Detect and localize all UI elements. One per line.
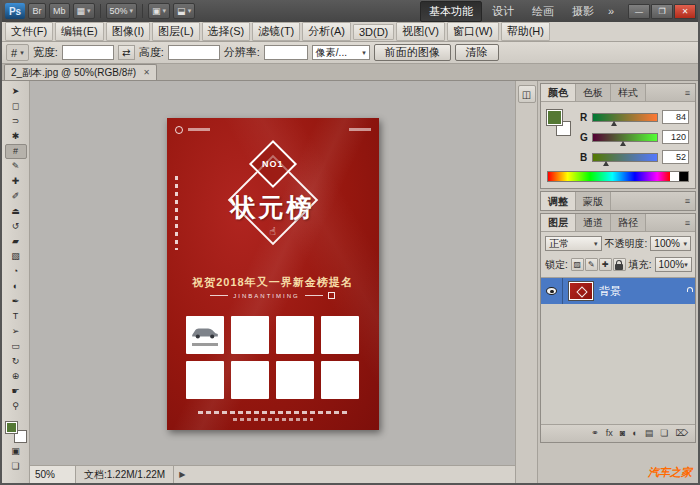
tool-rectangle-shape[interactable]: ▭ (5, 339, 27, 354)
document-tab[interactable]: 2_副本.jpg @ 50%(RGB/8#) ✕ (4, 64, 157, 80)
red-value-field[interactable]: 84 (662, 110, 689, 124)
layer-visibility-cell[interactable] (541, 278, 563, 304)
close-tab-icon[interactable]: ✕ (143, 68, 150, 77)
link-layers-icon[interactable]: ⚭ (591, 429, 599, 438)
tool-dodge[interactable]: ◐ (5, 279, 27, 294)
tab-layers[interactable]: 图层 (541, 214, 576, 231)
poster-image[interactable]: NO1 状元榜 ☝ 祝贺2018年又一界新金榜提名 JINBANTIMING (167, 118, 379, 430)
resolution-input[interactable] (264, 45, 308, 60)
add-layer-mask-icon[interactable]: ◙ (620, 429, 625, 438)
slider-marker[interactable] (611, 121, 617, 126)
tool-path-selection[interactable]: ➢ (5, 324, 27, 339)
tool-type[interactable]: T (5, 309, 27, 324)
tool-zoom[interactable]: ⚲ (5, 399, 27, 414)
slider-marker[interactable] (603, 161, 609, 166)
tab-swatches[interactable]: 色板 (576, 84, 611, 101)
new-group-icon[interactable]: ▤ (645, 429, 654, 438)
tool-brush[interactable]: ✐ (5, 189, 27, 204)
menu-file[interactable]: 文件(F) (5, 22, 53, 41)
tool-quick-selection[interactable]: ✱ (5, 129, 27, 144)
tool-eraser[interactable]: ▰ (5, 234, 27, 249)
tab-channels[interactable]: 通道 (576, 214, 611, 231)
blue-value-field[interactable]: 52 (662, 150, 689, 164)
status-options-arrow[interactable]: ▶ (173, 466, 190, 483)
tool-hand[interactable]: ☛ (5, 384, 27, 399)
tool-lasso[interactable]: ⊃ (5, 114, 27, 129)
tab-styles[interactable]: 样式 (611, 84, 646, 101)
canvas[interactable]: NO1 状元榜 ☝ 祝贺2018年又一界新金榜提名 JINBANTIMING (30, 81, 515, 465)
menu-layer[interactable]: 图层(L) (152, 22, 199, 41)
tool-history-brush[interactable]: ↺ (5, 219, 27, 234)
screen-mode-toggle[interactable]: ❏ (5, 459, 27, 474)
tool-crop[interactable]: # (5, 144, 27, 159)
lock-transparency-button[interactable]: ▨ (571, 258, 584, 271)
menu-image[interactable]: 图像(I) (106, 22, 150, 41)
blend-mode-dropdown[interactable]: 正常 ▾ (545, 236, 602, 251)
minimize-button[interactable]: — (628, 4, 650, 19)
tool-healing-brush[interactable]: ✚ (5, 174, 27, 189)
foreground-color-swatch[interactable] (5, 421, 18, 434)
new-layer-icon[interactable]: ❏ (660, 429, 668, 438)
menu-filter[interactable]: 滤镜(T) (252, 22, 300, 41)
layer-thumbnail[interactable] (569, 282, 593, 300)
swap-dimensions-button[interactable]: ⇄ (118, 45, 135, 60)
color-spectrum-ramp[interactable] (547, 171, 689, 182)
workspace-painting[interactable]: 绘画 (524, 2, 562, 21)
tool-3d-pan[interactable]: ⊕ (5, 369, 27, 384)
opacity-dropdown[interactable]: 100% ▾ (650, 236, 691, 251)
green-value-field[interactable]: 120 (662, 130, 689, 144)
tab-color[interactable]: 颜色 (541, 84, 576, 101)
foreground-color-swatch[interactable] (547, 110, 562, 125)
launch-bridge-button[interactable]: Br (28, 3, 46, 19)
panel-menu-icon[interactable]: ≡ (680, 84, 695, 101)
adjustment-layer-icon[interactable]: ◐ (632, 429, 637, 438)
view-extras-button[interactable]: ▦▾ (73, 3, 95, 19)
panel-menu-icon[interactable]: ≡ (680, 214, 695, 231)
clear-button[interactable]: 清除 (455, 44, 499, 61)
lock-position-button[interactable]: ✚ (599, 258, 612, 271)
close-button[interactable]: ✕ (674, 4, 696, 19)
quick-mask-button[interactable]: ▣ (5, 444, 27, 459)
tool-clone-stamp[interactable]: ⏏ (5, 204, 27, 219)
workspace-essentials[interactable]: 基本功能 (420, 1, 482, 22)
tool-3d-rotate[interactable]: ↻ (5, 354, 27, 369)
tool-gradient[interactable]: ▧ (5, 249, 27, 264)
menu-analysis[interactable]: 分析(A) (302, 22, 351, 41)
height-input[interactable] (168, 45, 220, 60)
launch-minibridge-button[interactable]: Mb (49, 3, 70, 19)
front-image-button[interactable]: 前面的图像 (374, 44, 451, 61)
restore-button[interactable]: ❐ (651, 4, 673, 19)
tool-blur[interactable]: ◔ (5, 264, 27, 279)
tool-pen[interactable]: ✒ (5, 294, 27, 309)
green-slider[interactable] (592, 133, 658, 142)
workspace-photography[interactable]: 摄影 (564, 2, 602, 21)
status-zoom-field[interactable]: 50% (30, 466, 76, 483)
menu-help[interactable]: 帮助(H) (501, 22, 550, 41)
tool-move[interactable]: ➤ (5, 84, 27, 99)
menu-window[interactable]: 窗口(W) (447, 22, 499, 41)
menu-3d[interactable]: 3D(D) (353, 24, 394, 40)
tool-preset-picker[interactable]: # ▾ (6, 44, 29, 61)
menu-edit[interactable]: 编辑(E) (55, 22, 104, 41)
fill-dropdown[interactable]: 100% ▾ (655, 257, 692, 272)
tab-adjustments[interactable]: 调整 (541, 192, 576, 210)
resolution-unit-dropdown[interactable]: 像素/... ▾ (312, 45, 370, 60)
workspace-overflow-chevron[interactable]: » (604, 5, 618, 17)
menu-view[interactable]: 视图(V) (396, 22, 445, 41)
tab-paths[interactable]: 路径 (611, 214, 646, 231)
layer-row-background[interactable]: 背景 (541, 278, 695, 304)
slider-marker[interactable] (620, 141, 626, 146)
arrange-documents-button[interactable]: ▣▾ (148, 3, 170, 19)
panel-menu-icon[interactable]: ≡ (680, 192, 695, 210)
layer-style-icon[interactable]: fx (606, 429, 613, 438)
lock-all-button[interactable] (613, 258, 626, 271)
delete-layer-icon[interactable]: ⌦ (675, 429, 688, 438)
menu-select[interactable]: 选择(S) (202, 22, 251, 41)
blue-slider[interactable] (592, 153, 658, 162)
lock-pixels-button[interactable]: ✎ (585, 258, 598, 271)
red-slider[interactable] (592, 113, 658, 122)
width-input[interactable] (62, 45, 114, 60)
workspace-design[interactable]: 设计 (484, 2, 522, 21)
zoom-level-dropdown[interactable]: 50%▾ (106, 3, 138, 19)
tab-masks[interactable]: 蒙版 (576, 192, 611, 210)
